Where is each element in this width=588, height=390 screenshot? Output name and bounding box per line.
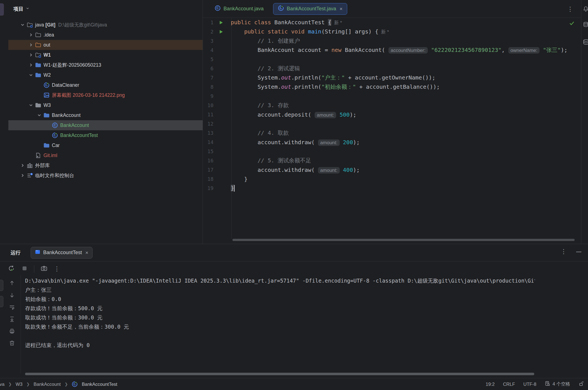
chevron-down-icon[interactable]: [18, 22, 27, 28]
indent-setting[interactable]: 4 个空格: [545, 381, 570, 387]
notifications-bell-icon[interactable]: [582, 6, 588, 13]
code-line-3[interactable]: 3 // 1. 创建账户: [203, 36, 581, 45]
tree-row-bankaccounttest[interactable]: CBankAccountTest: [8, 130, 203, 140]
project-header-dropdown[interactable]: 项目: [11, 4, 32, 14]
scroll-to-end-button[interactable]: [9, 316, 15, 324]
print-console-button[interactable]: [9, 328, 15, 336]
code-line-15[interactable]: 15: [203, 147, 581, 156]
scroll-down-button[interactable]: [9, 292, 15, 300]
editor-horizontal-scrollbar[interactable]: [232, 239, 575, 241]
tab-bankaccounttest-java[interactable]: C BankAccountTest.java ×: [273, 3, 347, 15]
code-text: account.deposit( amount: 500);: [229, 111, 356, 118]
token-str: "张三": [543, 47, 561, 53]
file-encoding[interactable]: UTF-8: [523, 382, 536, 387]
breadcrumb-item-w3[interactable]: W3: [16, 382, 23, 387]
code-line-12[interactable]: 12: [203, 119, 581, 128]
console-horizontal-scrollbar[interactable]: [25, 373, 534, 375]
code-line-5[interactable]: 5: [203, 55, 581, 64]
tree-row-car[interactable]: Car: [8, 140, 203, 150]
code-line-19[interactable]: 19}: [203, 184, 581, 193]
code-line-9[interactable]: 9: [203, 92, 581, 101]
chevron-down-icon[interactable]: [35, 112, 43, 118]
tree-row-java[interactable]: java [Git]D:\超级无敌git\Git\java: [8, 20, 203, 30]
code-line-8[interactable]: 8 System.out.println("初始余额：" + account.g…: [203, 82, 581, 92]
code-line-10[interactable]: 10 // 3. 存款: [203, 101, 581, 110]
token-pl: }: [231, 176, 247, 182]
layers-stack-icon[interactable]: [582, 38, 588, 47]
tab-bankaccount-java[interactable]: C BankAccount.java: [210, 3, 268, 15]
soft-wrap-button[interactable]: [9, 304, 15, 312]
editor-area[interactable]: C BankAccount.java C BankAccountTest.jav…: [203, 0, 581, 244]
tree-row-datacleaner[interactable]: CDataCleaner: [8, 80, 203, 90]
chevron-down-icon[interactable]: [27, 102, 35, 108]
tree-row--2026-03-16-214222-png[interactable]: 屏幕截图 2026-03-16 214222.png: [8, 90, 203, 100]
code-line-13[interactable]: 13 // 4. 取款: [203, 128, 581, 138]
module-icon: [35, 52, 43, 58]
chevron-right-icon[interactable]: [27, 62, 35, 68]
code-lines[interactable]: 1public class BankAccountTest { 新 *2 pub…: [203, 18, 581, 193]
tree-row-w3[interactable]: W3: [8, 100, 203, 110]
chevron-right-icon[interactable]: [18, 162, 27, 168]
code-line-18[interactable]: 18 }: [203, 174, 581, 184]
code-line-14[interactable]: 14 account.withdraw( amount: 200);: [203, 138, 581, 147]
code-line-7[interactable]: 7 System.out.println("户主：" + account.get…: [203, 73, 581, 82]
rerun-button[interactable]: [8, 265, 15, 273]
toolwindow-stripe-button[interactable]: [0, 280, 3, 291]
tree-row-w1[interactable]: W1: [8, 50, 203, 60]
tree-row--idea[interactable]: .idea: [8, 30, 203, 40]
tree-row-bankaccount[interactable]: BankAccount: [8, 110, 203, 120]
token-pl: [336, 111, 339, 118]
close-icon[interactable]: ×: [339, 6, 342, 11]
token-pl: );: [561, 47, 567, 53]
scroll-up-button[interactable]: [9, 280, 15, 288]
line-number: 18: [203, 176, 216, 182]
tree-row--[interactable]: 外部库: [8, 160, 203, 170]
tree-row-w1-202506050213[interactable]: W1-赵盈辉-202506050213: [8, 60, 203, 70]
chevron-right-icon[interactable]: [27, 42, 35, 48]
code-line-2[interactable]: 2 public static void main(String[] args)…: [203, 27, 581, 36]
clear-console-button[interactable]: [9, 340, 15, 348]
breadcrumb-item-bankaccount[interactable]: BankAccount: [34, 382, 61, 387]
close-icon[interactable]: ×: [85, 250, 88, 255]
indent-file-icon: [545, 381, 550, 387]
tree-row-git-iml[interactable]: Git.iml: [8, 150, 203, 160]
run-class-icon: C: [52, 132, 60, 138]
kebab-menu-icon[interactable]: ⋮: [567, 6, 573, 13]
tree-row-bankaccount[interactable]: CBankAccount: [8, 120, 203, 130]
console-output[interactable]: D:\Java\bin\java.exe "-javaagent:D:\IDEA…: [25, 276, 535, 374]
chevron-right-icon[interactable]: [18, 172, 27, 179]
code-line-17[interactable]: 17 account.withdraw( amount: 400);: [203, 165, 581, 174]
breadcrumb-item-java[interactable]: java: [0, 382, 4, 387]
chevron-right-icon[interactable]: [27, 32, 35, 38]
toolwindow-stripe-button[interactable]: [0, 296, 3, 307]
tree-row-out[interactable]: out: [8, 40, 203, 50]
tree-row--[interactable]: 临时文件和控制台: [8, 170, 203, 180]
kebab-menu-icon[interactable]: ⋮: [54, 265, 60, 273]
chevron-down-icon[interactable]: [27, 72, 35, 78]
token-pl: System.: [231, 83, 281, 90]
run-line-icon[interactable]: [216, 29, 229, 34]
project-toolwindow-button[interactable]: [0, 3, 4, 16]
run-line-icon[interactable]: [216, 20, 229, 25]
svg-text:C: C: [217, 6, 219, 10]
database-icon[interactable]: [582, 21, 588, 29]
tree-row-w2[interactable]: W2: [8, 70, 203, 80]
breadcrumb-item-bankaccounttest[interactable]: BankAccountTest: [82, 382, 117, 387]
code-line-6[interactable]: 6 // 2. 测试逻辑: [203, 64, 581, 73]
tree-item-label: W1: [43, 52, 51, 58]
screenshot-camera-button[interactable]: [40, 265, 48, 273]
code-line-16[interactable]: 16 // 5. 测试余额不足: [203, 156, 581, 165]
caret-position[interactable]: 19:2: [486, 382, 495, 387]
code-line-4[interactable]: 4 BankAccount account = new BankAccount(…: [203, 45, 581, 55]
minimize-icon[interactable]: ─: [576, 250, 581, 253]
unlocked-padlock-icon[interactable]: [579, 381, 584, 387]
run-class-icon: C: [43, 82, 52, 88]
stop-button[interactable]: [21, 265, 28, 273]
code-line-1[interactable]: 1public class BankAccountTest { 新 *: [203, 18, 581, 27]
chevron-right-icon[interactable]: [27, 52, 35, 58]
code-line-11[interactable]: 11 account.deposit( amount: 500);: [203, 110, 581, 119]
kebab-menu-icon[interactable]: ⋮: [561, 248, 567, 255]
token-num: 400: [343, 167, 353, 173]
line-ending[interactable]: CRLF: [503, 382, 515, 387]
run-tab-bankaccounttest[interactable]: BankAccountTest ×: [31, 247, 93, 259]
